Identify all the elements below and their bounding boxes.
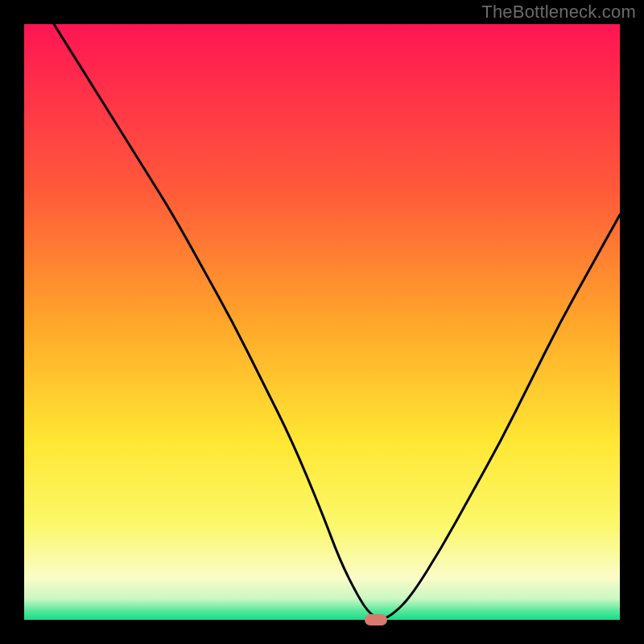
gradient-background [24, 24, 620, 620]
minimum-marker [365, 614, 387, 625]
bottleneck-plot [24, 24, 620, 620]
chart-frame: TheBottleneck.com [0, 0, 644, 644]
watermark-text: TheBottleneck.com [481, 2, 636, 23]
